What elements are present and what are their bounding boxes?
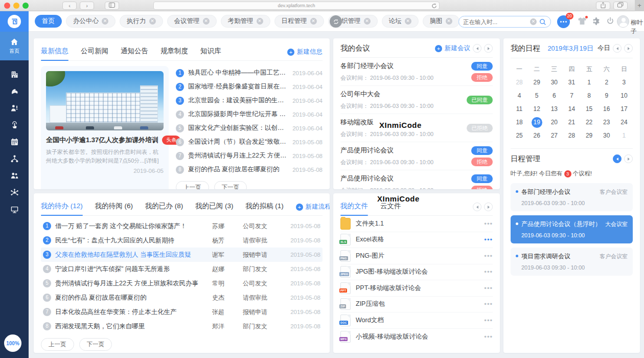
- agree-button[interactable]: 同意: [471, 62, 493, 71]
- close-tab-icon[interactable]: ✕: [405, 18, 411, 25]
- close-tab-icon[interactable]: ✕: [257, 18, 263, 25]
- address-bar[interactable]: dev.xplatform.tech: [153, 2, 440, 10]
- calendar-day[interactable]: 5: [528, 89, 545, 102]
- calendar-day[interactable]: 13: [545, 102, 563, 116]
- search-input[interactable]: [463, 19, 527, 25]
- task-row[interactable]: 2 民生“七有”：盘点十九大回应的人民新期待 杨芳 请假审批 2019-05-0…: [41, 233, 323, 248]
- sidebar-item-mindmap[interactable]: [0, 184, 29, 201]
- agenda-item-title[interactable]: 项目需求调研会议: [521, 252, 596, 261]
- news-item[interactable]: 1 独具匠心 中华精神——中国工艺美术大师作品... 2019-06-04: [176, 66, 323, 80]
- calendar-day[interactable]: 1: [581, 76, 598, 89]
- new-workflow-button[interactable]: +新建流程: [296, 203, 330, 211]
- workflow-tab[interactable]: 我的已办 (8): [145, 198, 183, 215]
- meeting-item[interactable]: 各部门经理小会议 会议时间： 2019-06-03 09:30 - 10:00 …: [340, 58, 493, 86]
- messages-button[interactable]: 20: [557, 15, 570, 28]
- close-tab-icon[interactable]: ✕: [102, 18, 108, 25]
- close-tab-icon[interactable]: ✕: [149, 18, 156, 25]
- module-tab[interactable]: 办公中心✕: [66, 15, 116, 28]
- task-row[interactable]: 6 夏衍的作品 夏衍故居在哪夏衍的 史杰 请假审批 2019-05-08: [41, 290, 323, 305]
- news-tab[interactable]: 知识库: [200, 43, 221, 60]
- browser-sidebar-button[interactable]: [105, 2, 119, 10]
- agree-button[interactable]: 同意: [471, 146, 493, 155]
- task-row[interactable]: 4 宁波口岸引进“汽车侦探” 问题车无所遁形 赵娜 部门发文 2019-05-0…: [41, 262, 323, 276]
- file-name[interactable]: PNG-图片: [356, 252, 479, 260]
- file-name[interactable]: PPT-移动端改版讨论会: [356, 284, 479, 293]
- file-name[interactable]: Word文档: [356, 316, 479, 325]
- calendar-day[interactable]: 11: [511, 102, 528, 116]
- agenda-next-button[interactable]: [624, 154, 633, 163]
- agenda-item-title[interactable]: 各部门经理小会议: [521, 188, 596, 196]
- sidebar-item-home[interactable]: 首页: [0, 32, 29, 60]
- news-item[interactable]: 7 贵州清镇试行每月连上22天 方便上班族和农民办事 2019-05-08: [176, 149, 323, 163]
- workflow-tab[interactable]: 我的已阅 (3): [195, 198, 233, 215]
- calendar-day[interactable]: 7: [563, 89, 580, 102]
- module-tab[interactable]: 脑图✕: [423, 15, 459, 28]
- agenda-item-title[interactable]: 产品使用讨论会议（悬浮时）: [521, 220, 602, 229]
- file-row[interactable]: PNG PNG-图片 •••: [340, 248, 493, 264]
- task-row[interactable]: 5 贵州清镇试行每月连上22天 方便上班族和农民办事 常明 公司发文 2019-…: [41, 276, 323, 290]
- zoom-level-button[interactable]: 100%: [4, 334, 21, 352]
- module-tab[interactable]: 日程管理✕: [274, 15, 324, 28]
- sidebar-item-execution[interactable]: [0, 83, 29, 100]
- close-tab-icon[interactable]: ✕: [446, 18, 452, 25]
- task-title[interactable]: 父亲在抢救他却在隔壁救别人 当事医生回应质疑: [55, 251, 208, 259]
- close-tab-icon[interactable]: ✕: [364, 18, 371, 25]
- calendar-day[interactable]: 1: [615, 129, 633, 142]
- clear-search-icon[interactable]: ✕: [530, 18, 537, 25]
- window-minimize-button[interactable]: [13, 3, 19, 9]
- sidebar-item-office-building[interactable]: [0, 66, 29, 83]
- calendar-day[interactable]: 6: [545, 89, 563, 102]
- file-actions-button[interactable]: •••: [484, 268, 493, 276]
- calendar-day[interactable]: 22: [581, 116, 598, 129]
- task-row[interactable]: 7 日本化妆品高丝在华变策：停止本土化生产 张超 报销申请 2019-05-08: [41, 305, 323, 319]
- notifications-button[interactable]: [578, 17, 587, 27]
- meeting-title[interactable]: 公司年中大会: [340, 90, 467, 99]
- close-tab-icon[interactable]: ✕: [310, 18, 317, 25]
- calendar-day[interactable]: 18: [511, 116, 528, 129]
- news-item[interactable]: 4 北京国际摄影周中华世纪坛开幕 聚焦“一带一路” 2019-06-04: [176, 107, 323, 121]
- window-zoom-button[interactable]: [22, 3, 29, 9]
- app-logo[interactable]: [0, 11, 29, 32]
- file-row[interactable]: DOC Word文档 •••: [340, 312, 493, 329]
- news-tab[interactable]: 公司新闻: [81, 43, 108, 60]
- calendar-day[interactable]: 2: [598, 76, 615, 89]
- news-tab[interactable]: 通知公告: [121, 43, 148, 60]
- task-row[interactable]: 3 父亲在抢救他却在隔壁救别人 当事医生回应质疑 谢军 报销申请 2019-05…: [41, 248, 323, 262]
- workflow-tab[interactable]: 我的待办 (12): [41, 198, 83, 215]
- calendar-day[interactable]: 23: [598, 116, 615, 129]
- agree-button[interactable]: 同意: [471, 174, 493, 183]
- calendar-day[interactable]: 8: [581, 89, 598, 102]
- task-title[interactable]: 宁波口岸引进“汽车侦探” 问题车无所遁形: [55, 265, 208, 274]
- file-name[interactable]: 小视频-移动端改版讨论会: [356, 332, 479, 341]
- share-button[interactable]: [596, 2, 610, 10]
- task-title[interactable]: 夏衍的作品 夏衍故居在哪夏衍的: [55, 294, 208, 302]
- today-button[interactable]: 今日: [597, 44, 610, 53]
- news-item-title[interactable]: 贵州清镇试行每月连上22天 方便上班族和农民办事: [188, 151, 288, 160]
- calendar-day[interactable]: 29: [581, 129, 598, 142]
- calendar-prev-button[interactable]: [613, 44, 622, 53]
- calendar-day[interactable]: 14: [563, 102, 580, 116]
- module-tab[interactable]: 考勤管理✕: [221, 15, 270, 28]
- settings-button[interactable]: [592, 17, 601, 27]
- agenda-prev-button[interactable]: [613, 154, 622, 163]
- file-row[interactable]: ZIP ZIP压缩包 •••: [340, 297, 493, 313]
- sidebar-item-meeting-host[interactable]: [0, 100, 29, 117]
- sidebar-item-attendance-touch[interactable]: [0, 117, 29, 133]
- news-item-title[interactable]: 北京国际摄影周中华世纪坛开幕 聚焦“一带一路”: [188, 110, 288, 119]
- sidebar-item-forum-people[interactable]: [0, 167, 29, 184]
- news-item[interactable]: 3 北京世园会：建设美丽中国的生动实践 2019-06-04: [176, 94, 323, 107]
- calendar-day[interactable]: 4: [511, 89, 528, 102]
- calendar-day[interactable]: 17: [615, 102, 633, 116]
- reject-button[interactable]: 拒绝: [471, 73, 493, 82]
- file-actions-button[interactable]: •••: [484, 252, 493, 260]
- module-tab[interactable]: 论坛✕: [382, 15, 419, 28]
- task-row[interactable]: 8 西湖发现黑天鹅，它们来自哪里 郑洋 部门发文 2019-05-08: [41, 319, 323, 333]
- news-next-page-button[interactable]: 下一页: [214, 181, 247, 189]
- file-actions-button[interactable]: •••: [484, 284, 493, 292]
- news-item-title[interactable]: 全国设计周（节）联合发起“致敬中国设计...: [188, 138, 288, 146]
- calendar-day[interactable]: 15: [581, 102, 598, 116]
- agenda-item[interactable]: 项目需求调研会议 客户会议室 2019-06-03 09:30 - 10:00: [511, 248, 633, 276]
- task-title[interactable]: 日本化妆品高丝在华变策：停止本土化生产: [55, 308, 208, 317]
- news-item-title[interactable]: 夏衍的作品 夏衍故居在哪夏衍的: [188, 165, 288, 174]
- file-row[interactable]: XLS Excel表格 •••: [340, 232, 493, 249]
